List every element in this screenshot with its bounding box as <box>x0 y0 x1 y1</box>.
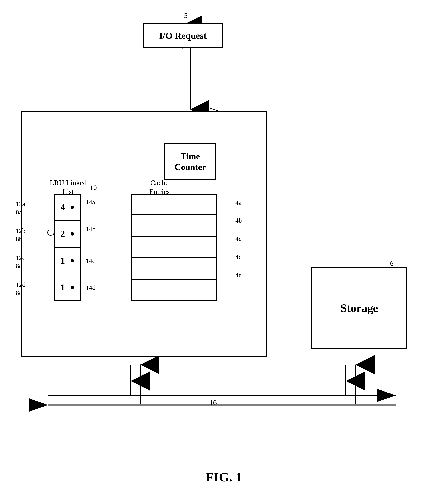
time-counter-label: Time Counter <box>165 151 215 172</box>
ref-16: 16 <box>209 398 217 407</box>
ref-4c: 4c <box>235 235 241 242</box>
ref-12c: 12c <box>16 254 25 261</box>
ref-6: 6 <box>390 259 394 268</box>
cache-entry-row-3 <box>131 237 217 258</box>
ref-10: 10 <box>90 184 97 192</box>
cache-entry-row-1 <box>131 194 217 215</box>
ref-4e: 4e <box>235 272 241 279</box>
ref-14c: 14c <box>86 257 95 264</box>
storage-label: Storage <box>340 302 378 315</box>
ref-12d: 12d <box>16 281 26 288</box>
lru-dot-4 <box>70 286 74 289</box>
io-request-box: I/O Request <box>143 23 223 48</box>
lru-row-1: 4 <box>54 194 81 221</box>
ref-8a: 8a <box>16 209 22 216</box>
lru-dot-1 <box>70 206 74 209</box>
ref-12b: 12b <box>16 227 26 235</box>
lru-label: LRU LinkedList <box>49 179 87 196</box>
lru-row-3: 1 <box>54 248 81 274</box>
lru-dot-3 <box>70 259 74 262</box>
ref-14b: 14b <box>86 226 96 233</box>
cache-entry-row-2 <box>131 215 217 237</box>
fig-label: FIG. 1 <box>206 470 242 485</box>
ref-8d: 8d <box>16 289 22 297</box>
ref-4b: 4b <box>235 217 242 224</box>
ref-4a: 4a <box>235 199 241 207</box>
ref-8b: 8b <box>16 236 22 243</box>
cache-entries-label: CacheEntries <box>138 179 181 196</box>
diagram: 5 I/O Request 2 18 Cache Time Counter LR… <box>0 0 448 500</box>
lru-row-2: 2 <box>54 221 81 248</box>
lru-val-4: 1 <box>61 282 65 292</box>
ref-12a: 12a <box>16 200 25 208</box>
lru-dot-2 <box>70 232 74 236</box>
lru-val-3: 1 <box>61 256 65 266</box>
ref-14d: 14d <box>86 284 96 291</box>
lru-row-4: 1 <box>54 274 81 301</box>
io-request-label: I/O Request <box>159 30 207 41</box>
lru-val-1: 4 <box>61 202 65 212</box>
time-counter-box: Time Counter <box>164 143 216 181</box>
cache-entry-row-4 <box>131 258 217 280</box>
ref-4d: 4d <box>235 253 242 261</box>
lru-val-2: 2 <box>61 228 65 239</box>
ref-8c: 8c <box>16 262 22 270</box>
ref-14a: 14a <box>86 199 95 206</box>
cache-entry-row-5 <box>131 280 217 301</box>
ref-5: 5 <box>184 12 188 20</box>
storage-box: Storage <box>311 267 407 349</box>
